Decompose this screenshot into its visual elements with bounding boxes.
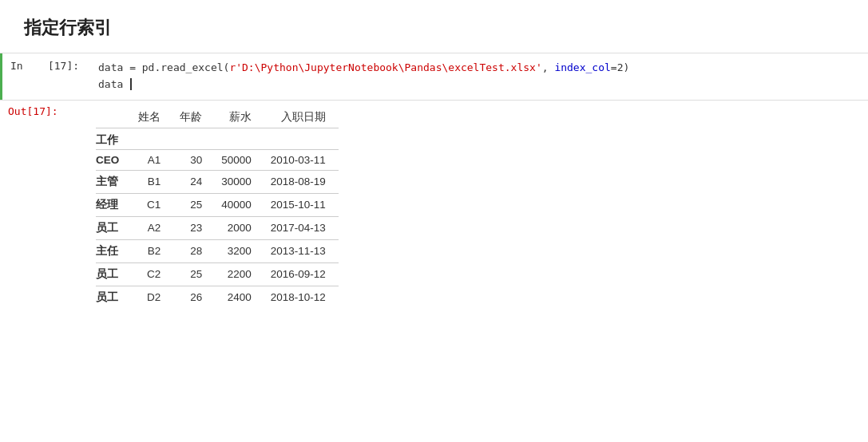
index-label-header (96, 107, 132, 128)
row-date: 2018-10-12 (264, 286, 339, 309)
cell-in-label: In [17]: (2, 58, 98, 73)
table-row: 员工A22320002017-04-13 (96, 216, 339, 239)
col-header-date: 入职日期 (264, 107, 339, 128)
cell-number: [17]: (48, 60, 79, 72)
cell-row: In [17]: data = pd.read_excel(r'D:\Pytho… (0, 53, 868, 100)
row-age: 25 (173, 262, 215, 286)
row-date: 2010-03-11 (264, 149, 339, 170)
row-date: 2017-04-13 (264, 216, 339, 239)
code-var: data (98, 61, 129, 73)
code-line-1: data = pd.read_excel(r'D:\Python\Jupyter… (98, 60, 868, 77)
row-name: C1 (132, 193, 173, 216)
row-age: 25 (173, 193, 215, 216)
row-date: 2018-08-19 (264, 170, 339, 193)
page-title: 指定行索引 (0, 8, 868, 53)
row-salary: 50000 (215, 149, 264, 170)
code-string: r'D:\Python\JupyterNotebook\Pandas\excel… (229, 61, 541, 73)
input-cell: In [17]: data = pd.read_excel(r'D:\Pytho… (0, 53, 868, 101)
index-name-row: 工作 (96, 128, 339, 149)
table-row: 员工C22522002016-09-12 (96, 262, 339, 286)
row-salary: 40000 (215, 193, 264, 216)
dataframe-table: 姓名 年龄 薪水 入职日期 工作 CEOA130500002010-03-11主… (96, 107, 339, 309)
row-salary: 2200 (215, 262, 264, 286)
row-index: 主任 (96, 239, 132, 262)
row-salary: 2400 (215, 286, 264, 309)
row-name: D2 (132, 286, 173, 309)
row-age: 23 (173, 216, 215, 239)
row-index: 主管 (96, 170, 132, 193)
row-salary: 30000 (215, 170, 264, 193)
page-container: 指定行索引 In [17]: data = pd.read_excel(r'D:… (0, 0, 868, 442)
row-date: 2016-09-12 (264, 262, 339, 286)
index-name-cell: 工作 (96, 128, 132, 149)
col-header-age: 年龄 (173, 107, 215, 128)
row-age: 28 (173, 239, 215, 262)
row-age: 24 (173, 170, 215, 193)
row-name: A1 (132, 149, 173, 170)
row-index: 员工 (96, 286, 132, 309)
cursor (124, 78, 132, 90)
row-age: 26 (173, 286, 215, 309)
row-name: A2 (132, 216, 173, 239)
row-index: 员工 (96, 216, 132, 239)
row-date: 2015-10-11 (264, 193, 339, 216)
table-row: 主管B124300002018-08-19 (96, 170, 339, 193)
row-salary: 2000 (215, 216, 264, 239)
out-content: 姓名 年龄 薪水 入职日期 工作 CEOA130500002010-03-11主… (96, 104, 868, 312)
row-date: 2013-11-13 (264, 239, 339, 262)
code-param: index_col (554, 61, 610, 73)
code-line-2: data (98, 77, 868, 93)
row-index: CEO (96, 149, 132, 170)
in-keyword: In (10, 60, 23, 72)
table-body: CEOA130500002010-03-11主管B124300002018-08… (96, 149, 339, 309)
table-row: 员工D22624002018-10-12 (96, 286, 339, 309)
cell-code[interactable]: data = pd.read_excel(r'D:\Python\Jupyter… (98, 58, 868, 95)
col-header-name: 姓名 (132, 107, 173, 128)
out-label: Out[17]: (0, 104, 96, 119)
row-salary: 3200 (215, 239, 264, 262)
row-name: C2 (132, 262, 173, 286)
row-age: 30 (173, 149, 215, 170)
table-row: 经理C125400002015-10-11 (96, 193, 339, 216)
column-header-row: 姓名 年龄 薪水 入职日期 (96, 107, 339, 128)
row-name: B2 (132, 239, 173, 262)
table-row: CEOA130500002010-03-11 (96, 149, 339, 170)
output-cell: Out[17]: 姓名 年龄 薪水 入职日期 工作 (0, 101, 868, 318)
row-index: 员工 (96, 262, 132, 286)
row-index: 经理 (96, 193, 132, 216)
row-name: B1 (132, 170, 173, 193)
col-header-salary: 薪水 (215, 107, 264, 128)
table-row: 主任B22832002013-11-13 (96, 239, 339, 262)
